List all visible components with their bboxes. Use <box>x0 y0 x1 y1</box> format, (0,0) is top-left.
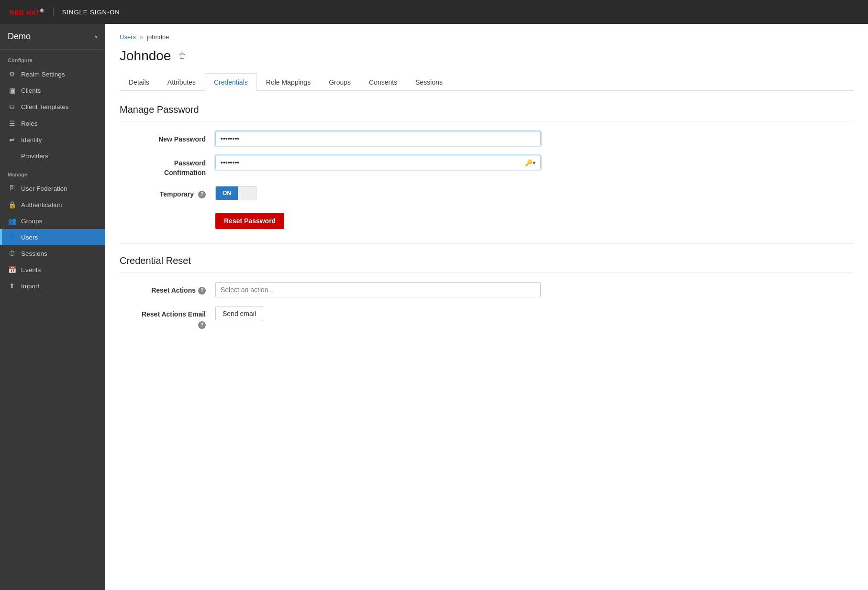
new-password-wrap <box>215 131 550 146</box>
sidebar-item-label: Sessions <box>21 250 47 257</box>
sidebar-item-groups[interactable]: 👥 Groups <box>0 213 105 229</box>
sidebar-item-label: User Federation <box>21 185 67 192</box>
sidebar-item-user-federation[interactable]: 🗄 User Federation <box>0 180 105 197</box>
password-confirmation-label: PasswordConfirmation <box>120 155 215 177</box>
temporary-toggle-wrap: ON <box>215 186 550 200</box>
reset-actions-control-wrap <box>215 282 550 297</box>
clients-icon: ▣ <box>8 87 16 94</box>
users-icon: 👤 <box>8 233 16 241</box>
realm-selector[interactable]: Demo ▾ <box>0 24 105 50</box>
reset-actions-email-label: Reset Actions Email ? <box>120 306 215 329</box>
reset-actions-help-icon: ? <box>198 287 206 295</box>
sidebar-item-identity[interactable]: ⇌ Identity <box>0 131 105 148</box>
sidebar-item-sessions[interactable]: ⏱ Sessions <box>0 245 105 262</box>
sidebar-item-import[interactable]: ⬆ Import <box>0 278 105 294</box>
sidebar-item-label: Identity <box>21 136 42 143</box>
sidebar-item-label: Clients <box>21 87 41 94</box>
breadcrumb-current: johndoe <box>147 33 169 41</box>
temporary-label: Temporary ? <box>120 186 215 199</box>
toggle-on-label[interactable]: ON <box>216 186 238 200</box>
password-confirmation-input[interactable] <box>215 155 541 170</box>
sidebar-item-authentication[interactable]: 🔒 Authentication <box>0 197 105 213</box>
sidebar-item-providers[interactable]: Providers <box>0 148 105 164</box>
configure-section-label: Configure <box>0 50 105 66</box>
sessions-icon: ⏱ <box>8 250 16 257</box>
groups-icon: 👥 <box>8 217 16 225</box>
roles-icon: ☰ <box>8 120 16 127</box>
new-password-group: New Password <box>120 131 550 146</box>
section-divider <box>120 243 854 244</box>
toggle-off-label[interactable] <box>238 186 256 200</box>
providers-icon <box>8 152 16 160</box>
sidebar-item-label: Realm Settings <box>21 71 65 78</box>
product-name: SINGLE SIGN-ON <box>62 9 120 16</box>
page-title: Johndoe <box>120 48 171 64</box>
new-password-label: New Password <box>120 131 215 144</box>
reset-actions-select[interactable] <box>215 282 541 297</box>
reset-actions-label: Reset Actions ? <box>120 282 215 295</box>
tabs: Details Attributes Credentials Role Mapp… <box>120 73 854 91</box>
brand-name: RED HAT® <box>10 8 45 16</box>
sidebar-item-label: Roles <box>21 120 38 127</box>
sidebar-item-label: Authentication <box>21 201 62 208</box>
tab-groups[interactable]: Groups <box>320 73 360 91</box>
temporary-help-icon: ? <box>198 191 206 198</box>
reset-actions-email-group: Reset Actions Email ? Send email <box>120 306 550 329</box>
delete-user-button[interactable]: 🗑 <box>177 50 188 62</box>
sidebar-item-events[interactable]: 📅 Events <box>0 262 105 278</box>
events-icon: 📅 <box>8 266 16 273</box>
reset-actions-email-help-icon: ? <box>198 321 206 329</box>
brand-logo: RED HAT® SINGLE SIGN-ON <box>10 7 120 17</box>
import-icon: ⬆ <box>8 282 16 290</box>
realm-settings-icon: ⚙ <box>8 70 16 78</box>
breadcrumb: Users » johndoe <box>120 33 854 41</box>
credential-reset-heading: Credential Reset <box>120 255 854 273</box>
temporary-toggle[interactable]: ON <box>215 186 256 200</box>
main-content: Users » johndoe Johndoe 🗑 Details Attrib… <box>105 24 868 590</box>
manage-password-heading: Manage Password <box>120 104 854 121</box>
tab-role-mappings[interactable]: Role Mappings <box>257 73 320 91</box>
reset-password-button[interactable]: Reset Password <box>215 213 284 229</box>
reset-password-label-spacer <box>120 209 215 213</box>
sidebar: Demo ▾ Configure ⚙ Realm Settings ▣ Clie… <box>0 24 105 590</box>
topbar: RED HAT® SINGLE SIGN-ON <box>0 0 868 24</box>
manage-section-label: Manage <box>0 164 105 180</box>
breadcrumb-users-link[interactable]: Users <box>120 33 136 41</box>
reset-password-btn-wrap: Reset Password <box>215 209 550 229</box>
temporary-group: Temporary ? ON <box>120 186 550 200</box>
send-email-wrap: Send email <box>215 306 550 321</box>
tab-consents[interactable]: Consents <box>360 73 406 91</box>
breadcrumb-separator: » <box>140 33 143 41</box>
sidebar-item-label: Providers <box>21 153 48 160</box>
sidebar-item-realm-settings[interactable]: ⚙ Realm Settings <box>0 66 105 82</box>
tab-sessions[interactable]: Sessions <box>406 73 452 91</box>
reset-password-btn-group: Reset Password <box>120 209 550 229</box>
page-title-row: Johndoe 🗑 <box>120 48 854 64</box>
authentication-icon: 🔒 <box>8 201 16 208</box>
sidebar-item-client-templates[interactable]: ⧉ Client Templates <box>0 98 105 115</box>
sidebar-item-label: Events <box>21 266 41 273</box>
password-toggle-icon[interactable]: 🔑▾ <box>525 159 536 166</box>
tab-details[interactable]: Details <box>120 73 158 91</box>
sidebar-item-clients[interactable]: ▣ Clients <box>0 82 105 98</box>
new-password-input[interactable] <box>215 131 541 146</box>
chevron-down-icon: ▾ <box>95 33 98 40</box>
sidebar-item-label: Users <box>21 234 38 241</box>
temporary-control-wrap: ON <box>215 186 550 200</box>
password-confirmation-input-wrap: 🔑▾ <box>215 155 541 170</box>
tab-credentials[interactable]: Credentials <box>205 73 257 91</box>
reset-actions-group: Reset Actions ? <box>120 282 550 297</box>
send-email-button[interactable]: Send email <box>215 306 263 321</box>
password-confirmation-group: PasswordConfirmation 🔑▾ <box>120 155 550 177</box>
topbar-divider <box>53 7 54 17</box>
password-confirmation-wrap: 🔑▾ <box>215 155 550 170</box>
sidebar-item-label: Client Templates <box>21 103 69 110</box>
sidebar-item-label: Groups <box>21 218 42 225</box>
sidebar-item-users[interactable]: 👤 Users <box>0 229 105 245</box>
tab-attributes[interactable]: Attributes <box>158 73 205 91</box>
sidebar-item-label: Import <box>21 283 39 290</box>
user-federation-icon: 🗄 <box>8 185 16 192</box>
client-templates-icon: ⧉ <box>8 103 16 111</box>
identity-icon: ⇌ <box>8 136 16 143</box>
sidebar-item-roles[interactable]: ☰ Roles <box>0 115 105 131</box>
